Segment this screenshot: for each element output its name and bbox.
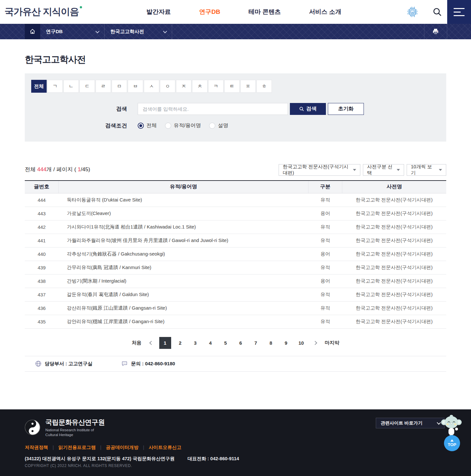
radio-option-2[interactable]: 설명 [209,122,228,129]
list-select-0[interactable]: 한국고고학 전문사전(구석기시대편) [279,164,360,176]
filter-consonant-button-8[interactable]: ㅈ [176,80,191,93]
cell-entry-name[interactable]: 가시와다이1유적(北海道 柏台1遺蹟 / Kashiwadai Loc.1 Si… [59,220,309,234]
filter-consonant-button-4[interactable]: ㅁ [112,80,127,93]
breadcrumb-level1-label: 연구DB [46,29,63,35]
filter-consonant-button-1[interactable]: ㄴ [63,80,79,93]
cell-entry-name[interactable]: 강안리유적(穩城 江岸里遺蹟 / Gangan-ri Site) [59,315,309,328]
footer-link-divider: | [100,445,101,450]
filter-consonant-button-0[interactable]: ㄱ [47,80,63,93]
table-row: 435강안리유적(穩城 江岸里遺蹟 / Gangan-ri Site)유적한국고… [25,315,446,328]
page-number-9[interactable]: 9 [280,337,292,349]
footer-link-1[interactable]: 읽기전용프로그램 [58,444,96,451]
page-number-7[interactable]: 7 [250,337,262,349]
cell-entry-name[interactable]: 갈둔유적(春川 葛屯遺蹟 / Galdun Site) [59,288,309,301]
page-number-1[interactable]: 1 [159,337,171,349]
dropdown-arrow-icon [439,169,442,171]
cell-dictionary: 한국고고학 전문사전(구석기시대편) [342,301,446,315]
filter-consonant-button-3[interactable]: ㄹ [96,80,111,93]
page-next-icon[interactable] [313,341,317,345]
logo-accent-dot [80,6,82,8]
filter-consonant-button-11[interactable]: ㅌ [224,80,240,93]
menu-hamburger-button[interactable] [447,0,471,24]
nav-item-0[interactable]: 발간자료 [146,8,171,16]
page-number-5[interactable]: 5 [220,337,232,349]
reset-button[interactable]: 초기화 [328,103,364,115]
footer-link-2[interactable]: 공공데이터개방 [106,444,139,451]
filter-consonant-button-13[interactable]: ㅎ [256,80,272,93]
footer-link-0[interactable]: 저작권정책 [25,444,48,451]
cell-dictionary: 한국고고학 전문사전(구석기시대편) [342,261,446,274]
filter-consonant-button-12[interactable]: ㅍ [240,80,256,93]
page-number-8[interactable]: 8 [265,337,277,349]
print-icon[interactable] [424,24,447,39]
search-condition-row: 검색조건 전체유적/용어명설명 [88,122,440,129]
search-button[interactable]: 검색 [290,103,326,115]
filter-consonant-button-10[interactable]: ㅋ [208,80,224,93]
cell-entry-name[interactable]: 둑타이동굴유적 (D'uktai Cave Site) [59,193,309,207]
nrich-logo [25,420,40,435]
table-row: 439간무리유적(廣島 冠遺蹟 / Kanmuri Site)유적한국고고학 전… [25,261,446,274]
page-number-4[interactable]: 4 [205,337,217,349]
cell-entry-name[interactable]: 가월리와주월리유적(坡州 佳月里와 舟月里遺蹟 / Gawol-ri and J… [59,234,309,247]
page-first-button[interactable]: 처음 [130,340,143,346]
cell-article-no: 444 [25,193,59,207]
filter-consonant-button-7[interactable]: ㅇ [160,80,175,93]
filter-consonant-button-2[interactable]: ㄷ [79,80,95,93]
page-number-2[interactable]: 2 [174,337,186,349]
page-last-button[interactable]: 마지막 [323,340,341,346]
breadcrumb-menu-level1[interactable]: 연구DB [40,24,105,39]
globe-icon [35,360,42,367]
nav-item-3[interactable]: 서비스 소개 [309,8,341,16]
cell-entry-name[interactable]: 각추상석기(角錐狀石器 / Gakchusang-seokgi) [59,247,309,261]
cell-entry-name[interactable]: 강산리유적(鐵原 江山里遺蹟 / Gangsan-ri Site) [59,301,309,315]
filter-all-button[interactable]: 전체 [31,80,47,93]
cell-article-no: 439 [25,261,59,274]
site-logo[interactable]: 국가유산 지식이음 [0,5,82,18]
cell-dictionary: 한국고고학 전문사전(구석기시대편) [342,274,446,288]
cell-type: 용어 [309,207,342,220]
search-condition-options: 전체유적/용어명설명 [138,122,228,129]
search-icon[interactable] [432,7,442,17]
related-sites-select[interactable]: 관련사이트 바로가기 [376,418,445,428]
table-row: 440각추상석기(角錐狀石器 / Gakchusang-seokgi)용어한국고… [25,247,446,261]
search-label: 검색 [88,105,127,113]
nav-item-1[interactable]: 연구DB [199,8,220,16]
cell-entry-name[interactable]: 간무리유적(廣島 冠遺蹟 / Kanmuri Site) [59,261,309,274]
filter-consonant-button-6[interactable]: ㅅ [144,80,159,93]
cell-article-no: 435 [25,315,59,328]
cell-article-no: 440 [25,247,59,261]
search-input[interactable] [138,103,288,115]
cell-article-no: 436 [25,301,59,315]
total-count: 444 [37,166,46,173]
scroll-to-top-button[interactable]: TOP [444,435,460,451]
breadcrumb-menu-level2[interactable]: 한국고고학사전 [105,24,172,39]
page-number-3[interactable]: 3 [189,337,201,349]
search-row: 검색 검색 초기화 [88,103,440,115]
table-header-cell: 글번호 [25,181,59,193]
main-content: 한국고고학사전 전체ㄱㄴㄷㄹㅁㅂㅅㅇㅈㅊㅋㅌㅍㅎ 검색 검색 초기화 검색조건 … [0,53,471,372]
cell-dictionary: 한국고고학 전문사전(구석기시대편) [342,234,446,247]
nav-item-2[interactable]: 테마 콘텐츠 [248,8,281,16]
pagination: 처음12345678910마지막 [25,337,446,349]
site-footer: 국립문화유산연구원 National Research Institute of… [0,409,471,476]
table-row: 444둑타이동굴유적 (D'uktai Cave Site)유적한국고고학 전문… [25,193,446,207]
ai-service-icon[interactable]: AI [406,5,419,18]
cell-dictionary: 한국고고학 전문사전(구석기시대편) [342,220,446,234]
radio-circle-icon [138,123,144,129]
breadcrumb: 연구DB 한국고고학사전 [0,24,471,39]
page-number-6[interactable]: 6 [235,337,247,349]
filter-consonant-button-9[interactable]: ㅊ [192,80,208,93]
page-prev-icon[interactable] [149,341,153,345]
breadcrumb-home-icon[interactable] [25,24,40,39]
list-select-1[interactable]: 사전구분 선택 [363,164,404,176]
radio-option-1[interactable]: 유적/용어명 [165,122,201,129]
radio-option-0[interactable]: 전체 [138,122,157,129]
cell-entry-name[interactable]: 간빙기(間氷期 / Interglacial) [59,274,309,288]
page-number-10[interactable]: 10 [295,337,307,349]
cell-article-no: 442 [25,220,59,234]
cell-entry-name[interactable]: 가로날도끼(Cleaver) [59,207,309,220]
list-select-2[interactable]: 10개씩 보기 [407,164,446,176]
footer-link-3[interactable]: 사이트오류신고 [149,444,181,451]
filter-consonant-button-5[interactable]: ㅂ [128,80,143,93]
contact-bar: 담당부서 : 고고연구실 문의 : 042-860-9180 [25,356,446,372]
